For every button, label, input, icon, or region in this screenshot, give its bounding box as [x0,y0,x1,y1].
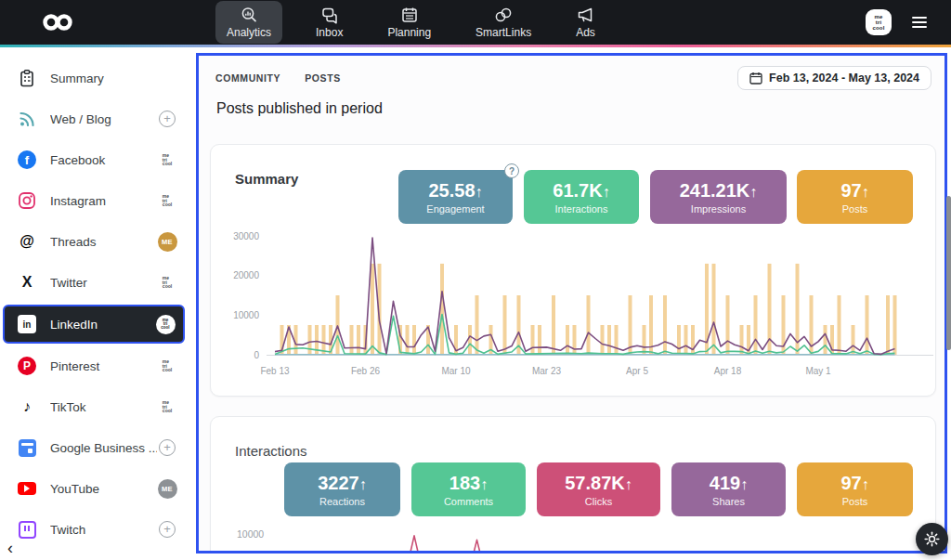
metricool-brand-mini-badge: metricool [163,359,172,372]
nav-item-analytics[interactable]: Analytics [215,1,282,44]
sidebar-item-threads[interactable]: Threads ME [0,221,196,262]
hamburger-menu-icon[interactable] [912,17,927,28]
trend-up-icon: ↑ [749,184,757,200]
sidebar-item-pinterest[interactable]: Pinterest metricool [0,345,196,386]
metric-chip-clicks: 57.87K↑ Clicks [537,462,660,516]
planning-icon [400,6,419,24]
trend-up-icon: ↑ [359,476,367,492]
svg-text:10000: 10000 [233,310,259,320]
metric-chip-engagement: ? 25.58↑ Engagement [398,170,513,224]
add-connection-icon[interactable] [159,521,176,538]
svg-text:Feb 13: Feb 13 [260,366,290,376]
twitch-icon [15,518,39,540]
sidebar-item-label: Google Business ... [50,441,157,455]
sidebar-item-twitch[interactable]: Twitch [0,509,196,550]
trend-up-icon: ↑ [476,184,483,200]
inbox-icon [320,6,339,24]
svg-text:May 1: May 1 [805,366,831,376]
sidebar-item-instagram[interactable]: Instagram metricool [0,180,196,221]
nav-label: Analytics [227,26,271,39]
nav-item-ads[interactable]: Ads [565,1,606,44]
metricool-brand-circle-badge: metricool [156,315,176,334]
summary-clipboard-icon [15,67,39,89]
svg-text:Mar 23: Mar 23 [532,366,562,376]
metricool-brand-mini-badge: metricool [163,153,172,166]
profile-initials-badge: ME [158,479,177,499]
smartlinks-icon [494,6,513,24]
metric-chip-interactions: 61.7K↑ Interactions [524,170,639,224]
analytics-tabs: COMMUNITY POSTS [215,72,341,84]
sidebar-item-facebook[interactable]: Facebook metricool [0,139,196,180]
threads-icon [15,230,39,253]
nav-item-smartlinks[interactable]: SmartLinks [464,1,542,44]
settings-fab[interactable] [916,523,948,555]
tab-posts[interactable]: POSTS [305,72,341,84]
trend-up-icon: ↑ [740,476,748,492]
svg-text:Feb 26: Feb 26 [351,366,381,376]
metric-chip-reactions: 3227↑ Reactions [284,462,400,516]
metric-chip-comments: 183↑ Comments [411,462,526,516]
posts-summary-chart: 0100002000030000Feb 13Feb 26Mar 10Mar 23… [211,225,937,392]
sidebar-item-label: Twitter [50,276,157,290]
metric-label: Impressions [691,203,746,215]
metricool-brand-mini-badge: metricool [163,400,172,413]
metric-label: Interactions [555,203,608,215]
metricool-logo[interactable] [41,13,74,32]
nav-item-planning[interactable]: Planning [376,1,442,44]
sidebar-item-summary[interactable]: Summary [0,58,196,98]
metric-label: Shares [712,496,745,507]
svg-text:0: 0 [254,350,259,360]
sidebar-item-youtube[interactable]: YouTube ME [0,468,196,509]
vertical-scrollbar-thumb[interactable] [946,196,951,350]
sidebar-item-twitter[interactable]: Twitter metricool [0,262,196,303]
interactions-card: Interactions 3227↑ Reactions 183↑ Commen… [210,416,936,553]
sidebar-item-label: LinkedIn [50,318,155,332]
metric-chip-impressions: 241.21K↑ Impressions [650,170,787,224]
clicks-chart-partial [211,521,937,553]
metric-chip-posts-2: 97↑ Posts [797,462,913,516]
sidebar-item-web-blog[interactable]: Web / Blog [0,98,196,139]
metric-chip-posts: 97↑ Posts [797,170,913,224]
date-range-value: Feb 13, 2024 - May 13, 2024 [769,72,919,85]
metric-label: Posts [842,496,868,507]
tab-community[interactable]: COMMUNITY [215,72,280,84]
date-range-picker[interactable]: Feb 13, 2024 - May 13, 2024 [737,66,931,90]
add-connection-icon[interactable] [159,111,176,127]
facebook-icon [15,149,39,171]
metric-label: Comments [444,496,493,507]
metric-chip-shares: 419↑ Shares [671,462,786,516]
nav-label: Inbox [316,26,343,39]
sidebar-item-label: Twitch [50,523,157,537]
nav-right-group: metricool [866,0,927,45]
google-business-icon [15,436,39,459]
metric-label: Engagement [426,203,484,215]
page-title: Posts published in period [216,100,383,117]
sidebar-item-label: Instagram [50,194,157,208]
add-connection-icon[interactable] [159,439,176,456]
help-icon[interactable]: ? [504,163,519,178]
sidebar-item-label: Summary [50,72,157,85]
metricool-brand-mini-badge: metricool [163,276,172,289]
pinterest-icon [15,355,39,377]
trend-up-icon: ↑ [480,476,488,492]
connections-sidebar: Summary Web / Blog Facebook metricool In… [0,47,196,560]
nav-label: Planning [387,26,431,39]
svg-text:20000: 20000 [233,270,259,280]
sidebar-item-label: Pinterest [50,359,157,373]
metric-label: Clicks [585,496,612,507]
svg-text:Mar 10: Mar 10 [441,366,471,376]
rss-icon [15,108,39,130]
svg-text:30000: 30000 [233,231,259,241]
sidebar-item-tiktok[interactable]: TikTok metricool [0,386,196,427]
sidebar-collapse-chevron[interactable]: ‹ [7,539,13,558]
sidebar-item-label: TikTok [50,400,157,414]
nav-item-inbox[interactable]: Inbox [305,1,354,44]
sidebar-item-google-business[interactable]: Google Business ... [0,427,196,468]
account-avatar-metricool[interactable]: metricool [866,9,892,35]
sidebar-item-linkedin[interactable]: LinkedIn metricool [3,305,185,344]
trend-up-icon: ↑ [862,476,869,492]
summary-card: Summary ? 25.58↑ Engagement 61.7K↑ Inter… [210,144,936,397]
svg-text:Apr 18: Apr 18 [714,366,742,376]
sidebar-item-label: Threads [50,235,157,249]
top-navigation-bar: Analytics Inbox Planning [0,0,951,45]
